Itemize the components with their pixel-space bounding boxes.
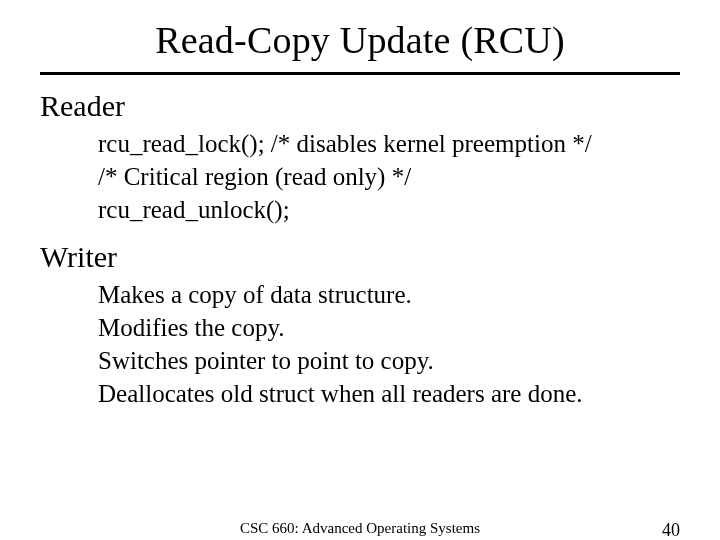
reader-line: /* Critical region (read only) */ — [98, 160, 680, 193]
slide: Read-Copy Update (RCU) Reader rcu_read_l… — [0, 0, 720, 540]
reader-heading: Reader — [40, 89, 720, 123]
footer-page-number: 40 — [662, 520, 680, 540]
writer-line: Switches pointer to point to copy. — [98, 344, 680, 377]
reader-line: rcu_read_lock(); /* disables kernel pree… — [98, 127, 680, 160]
writer-line: Makes a copy of data structure. — [98, 278, 680, 311]
writer-heading: Writer — [40, 240, 720, 274]
title-rule — [40, 72, 680, 75]
writer-line: Deallocates old struct when all readers … — [98, 377, 680, 410]
slide-title: Read-Copy Update (RCU) — [0, 0, 720, 68]
reader-line: rcu_read_unlock(); — [98, 193, 680, 226]
writer-line: Modifies the copy. — [98, 311, 680, 344]
footer-course: CSC 660: Advanced Operating Systems — [0, 520, 720, 537]
